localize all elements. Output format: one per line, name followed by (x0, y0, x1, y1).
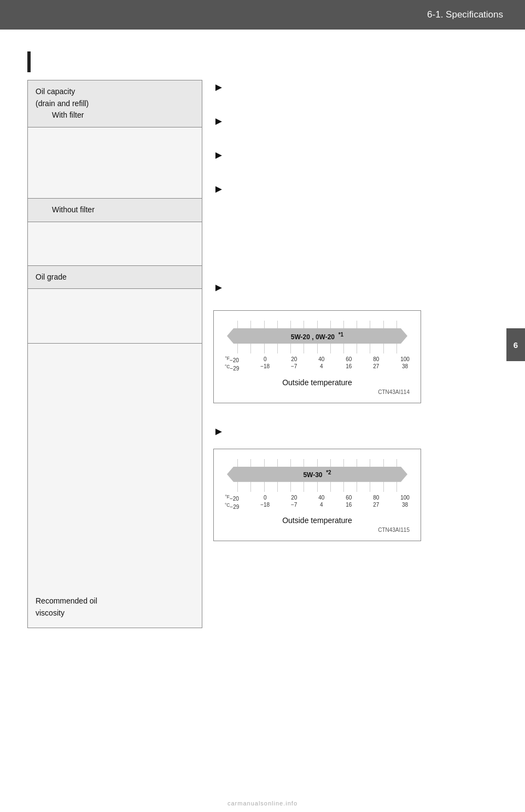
chart2-axis-item-7: 10038 (400, 494, 410, 511)
chart-arrow-between: ► (213, 425, 498, 438)
table-row-with-filter-values (28, 127, 202, 199)
table-row-oil-grade-values (28, 289, 202, 344)
chart1-container: 5W-20 , 0W-20 *1 °F−20°C−29 0−18 20−7 40… (213, 310, 498, 403)
chart2-axis-item-1: °F−20°C−29 (225, 494, 239, 511)
section-marker (27, 51, 31, 72)
chart1-viscosity-arrow: 5W-20 , 0W-20 *1 (227, 328, 407, 344)
oil-grade-arrow-row: ► (213, 281, 498, 294)
without-filter-cell: Without filter (28, 199, 202, 222)
watermark: carmanualsonline.info (0, 800, 525, 807)
table-row-oil-grade-header: Oil grade (28, 265, 202, 289)
chart1-axis: °F−20°C−29 0−18 20−7 404 6016 8027 10038 (225, 356, 410, 373)
oil-capacity-label: Oil capacity(drain and refill) (36, 86, 194, 109)
chart1-axis-item-3: 20−7 (291, 356, 297, 373)
oil-grade-header-cell: Oil grade (28, 265, 202, 289)
chart2-axis-item-5: 6016 (346, 494, 352, 511)
oil-capacity-cell: Oil capacity(drain and refill) With filt… (28, 80, 202, 127)
arrow-row-4: ► (213, 182, 498, 216)
with-filter-label: With filter (36, 109, 194, 121)
table-row-without-filter: Without filter (28, 199, 202, 222)
chart1-axis-item-7: 10038 (400, 356, 410, 373)
chart2-axis-item-6: 8027 (373, 494, 379, 511)
with-filter-values-cell (28, 127, 202, 199)
chart2-caption: Outside temperature (225, 516, 410, 525)
arrow-row-1: ► (213, 80, 498, 114)
oil-grade-label: Oil grade (36, 272, 67, 281)
chart2-container: 5W-30 *2 °F−20°C−29 0−18 20−7 404 6016 8… (213, 449, 498, 542)
header-title: 6-1. Specifications (427, 9, 503, 20)
chart2-axis-item-2: 0−18 (260, 494, 270, 511)
chart2-viscosity-label: 5W-30 *2 (303, 469, 331, 479)
table-row-without-filter-values (28, 222, 202, 265)
chart1-arrow-container: 5W-20 , 0W-20 *1 (225, 321, 410, 353)
header-bar: 6-1. Specifications (0, 0, 525, 30)
chart1-axis-item-6: 8027 (373, 356, 379, 373)
chart2-box: 5W-30 *2 °F−20°C−29 0−18 20−7 404 6016 8… (213, 449, 421, 542)
table-row-oil-capacity: Oil capacity(drain and refill) With filt… (28, 80, 202, 127)
left-col: Oil capacity(drain and refill) With filt… (27, 51, 202, 796)
chart2-axis: °F−20°C−29 0−18 20−7 404 6016 8027 10038 (225, 494, 410, 511)
chart2-arrow-container: 5W-30 *2 (225, 459, 410, 492)
without-filter-label: Without filter (36, 204, 194, 216)
chart1-axis-item-4: 404 (318, 356, 324, 373)
main-content: Oil capacity(drain and refill) With filt… (0, 30, 525, 812)
chart1-ref: CTN43AI114 (225, 389, 410, 395)
chart-section: 5W-20 , 0W-20 *1 °F−20°C−29 0−18 20−7 40… (213, 310, 498, 541)
chart-between-arrow-icon: ► (213, 425, 224, 437)
chart2-viscosity-arrow: 5W-30 *2 (227, 467, 407, 482)
arrow-rows-top: ► ► ► ► (213, 80, 498, 216)
arrow-icon-1: ► (213, 81, 224, 94)
arrow-row-3: ► (213, 148, 498, 182)
arrow-icon-4: ► (213, 183, 224, 195)
section-tab: 6 (506, 328, 525, 361)
arrow-row-2: ► (213, 114, 498, 148)
chart2-axis-item-4: 404 (318, 494, 324, 511)
arrow-icon-3: ► (213, 149, 224, 161)
table-row-recommended-viscosity: Recommended oilviscosity (28, 344, 202, 628)
chart1-axis-item-5: 6016 (346, 356, 352, 373)
chart1-caption: Outside temperature (225, 378, 410, 387)
chart1-axis-item-1: °F−20°C−29 (225, 356, 239, 373)
without-filter-values-cell (28, 222, 202, 265)
chart1-box: 5W-20 , 0W-20 *1 °F−20°C−29 0−18 20−7 40… (213, 310, 421, 403)
chart1-axis-item-2: 0−18 (260, 356, 270, 373)
recommended-viscosity-cell: Recommended oilviscosity (28, 344, 202, 628)
arrow-icon-2: ► (213, 115, 224, 127)
spec-table: Oil capacity(drain and refill) With filt… (27, 80, 202, 628)
oil-grade-values-cell (28, 289, 202, 344)
recommended-viscosity-label: Recommended oilviscosity (36, 587, 194, 619)
chart2-axis-item-3: 20−7 (291, 494, 297, 511)
oil-grade-arrow-icon: ► (213, 281, 224, 293)
chart1-viscosity-label: 5W-20 , 0W-20 *1 (291, 332, 343, 341)
right-col: ► ► ► ► ► (213, 51, 498, 796)
chart2-ref: CTN43AI115 (225, 527, 410, 533)
